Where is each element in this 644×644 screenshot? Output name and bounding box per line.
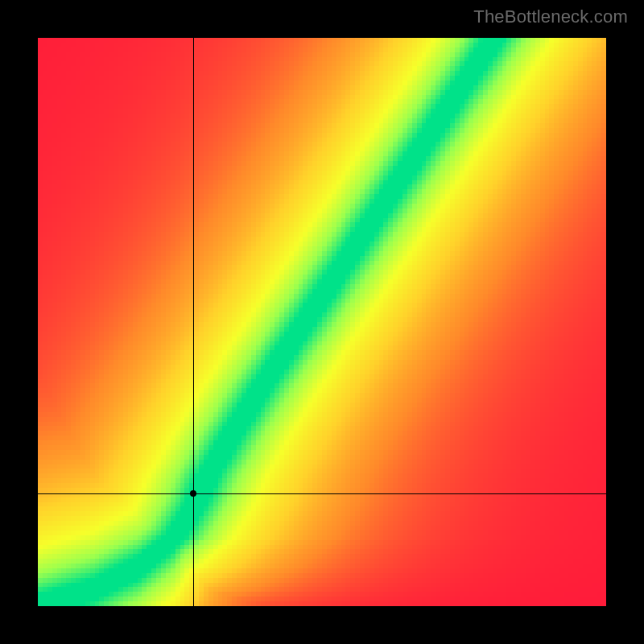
bottleneck-heatmap: [38, 38, 606, 606]
crosshair-horizontal: [38, 493, 606, 494]
crosshair-vertical: [193, 38, 194, 606]
watermark-text: TheBottleneck.com: [473, 6, 628, 27]
crosshair-marker-dot: [190, 490, 196, 497]
